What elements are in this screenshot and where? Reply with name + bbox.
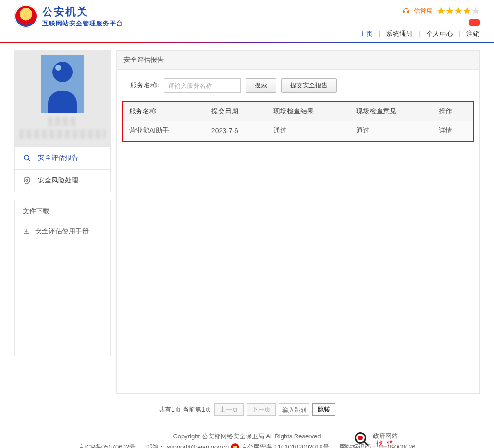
- cell-check-result: 通过: [267, 121, 349, 141]
- svg-line-1: [28, 159, 30, 161]
- user-avatar-box: [14, 50, 111, 146]
- search-label: 服务名称:: [130, 81, 159, 90]
- svg-point-2: [26, 179, 28, 181]
- download-icon: [23, 228, 30, 235]
- footer-icp: 京ICP备05070602号: [78, 443, 136, 448]
- top-nav: 主页 | 系统通知 | 个人中心 | 注销: [359, 30, 480, 43]
- page-footer: Copyright 公安部网络安全保卫局 All Rights Reserved…: [0, 424, 494, 448]
- page-header: 公安机关 互联网站安全管理服务平台 信誉度 ★★★★★ 主页 | 系统通知 | …: [0, 0, 494, 45]
- report-table: 服务名称 提交日期 现场检查结果 现场检查意见 操作 营业鹅AI助手 2023-…: [123, 102, 473, 141]
- service-name-input[interactable]: [164, 78, 241, 93]
- pagination: 共有1页 当前第1页 上一页 下一页 跳转: [0, 396, 494, 424]
- row-detail-link[interactable]: 详情: [439, 126, 452, 134]
- page-jump-button[interactable]: 跳转: [312, 403, 335, 416]
- footer-beian-label: 京公网安备: [241, 443, 274, 448]
- magnifier-icon: [355, 432, 370, 448]
- site-subtitle: 互联网站安全管理服务平台: [42, 19, 123, 28]
- nav-notice[interactable]: 系统通知: [386, 30, 413, 37]
- cell-check-opinion: 通过: [349, 121, 432, 141]
- main-panel: 安全评估报告 服务名称: 搜索 提交安全报告 服务名称 提交日期 现场检查结果 …: [116, 50, 480, 394]
- reputation-label: 信誉度: [414, 7, 432, 15]
- gov-error-report[interactable]: 政府网站 找 错: [355, 432, 398, 448]
- th-check-opinion: 现场检查意见: [349, 102, 432, 121]
- result-highlight-box: 服务名称 提交日期 现场检查结果 现场检查意见 操作 营业鹅AI助手 2023-…: [122, 101, 474, 142]
- svg-point-0: [24, 155, 29, 160]
- th-submit-date: 提交日期: [205, 102, 267, 121]
- cell-service-name: 营业鹅AI助手: [123, 121, 205, 141]
- page-jump-input[interactable]: [279, 403, 309, 416]
- sidebar-item-label: 安全风险处理: [38, 176, 78, 185]
- footer-copyright: Copyright 公安部网络安全保卫局 All Rights Reserved: [0, 432, 494, 441]
- avatar-placeholder-icon: [41, 55, 84, 113]
- sidebar: 安全评估报告 安全风险处理 文件下载 安全评估使用手册: [14, 50, 111, 356]
- footer-email-label: 邮箱：: [146, 443, 165, 448]
- download-manual-link[interactable]: 安全评估使用手册: [15, 222, 110, 241]
- pagination-summary: 共有1页 当前第1页: [159, 405, 211, 414]
- gov-site-label: 政府网站: [373, 432, 398, 440]
- panel-title: 安全评估报告: [117, 51, 479, 70]
- footer-email[interactable]: support@beian.gov.cn: [167, 443, 229, 448]
- headset-icon: [402, 7, 410, 16]
- prev-page-button[interactable]: 上一页: [214, 403, 244, 416]
- search-button[interactable]: 搜索: [246, 78, 276, 93]
- th-service-name: 服务名称: [123, 102, 205, 121]
- download-item-label: 安全评估使用手册: [35, 227, 89, 236]
- next-page-button[interactable]: 下一页: [247, 403, 276, 416]
- th-check-result: 现场检查结果: [267, 102, 349, 121]
- sidebar-downloads-title: 文件下载: [15, 200, 110, 222]
- footer-beian-no: 11010102002019号: [274, 443, 329, 448]
- reputation-stars: ★★★★★: [436, 5, 480, 17]
- logo-block: 公安机关 互联网站安全管理服务平台: [14, 5, 123, 28]
- site-title: 公安机关: [42, 5, 123, 19]
- find-error-label: 找 错: [373, 440, 398, 448]
- submit-report-button[interactable]: 提交安全报告: [281, 78, 337, 93]
- sidebar-item-label: 安全评估报告: [38, 154, 78, 162]
- notification-bubble-icon[interactable]: [469, 19, 480, 26]
- search-icon: [23, 154, 31, 162]
- sidebar-item-security-report[interactable]: 安全评估报告: [15, 146, 110, 169]
- nav-logout[interactable]: 注销: [466, 30, 480, 37]
- cell-submit-date: 2023-7-6: [205, 121, 267, 141]
- nav-home[interactable]: 主页: [359, 30, 373, 37]
- sidebar-item-risk-handling[interactable]: 安全风险处理: [15, 169, 110, 192]
- nav-profile[interactable]: 个人中心: [426, 30, 453, 37]
- shield-icon: [23, 176, 31, 185]
- police-badge-icon: [14, 5, 37, 28]
- th-action: 操作: [432, 102, 473, 121]
- table-row: 营业鹅AI助手 2023-7-6 通过 通过 详情: [123, 121, 473, 141]
- beian-badge-icon: [231, 443, 239, 448]
